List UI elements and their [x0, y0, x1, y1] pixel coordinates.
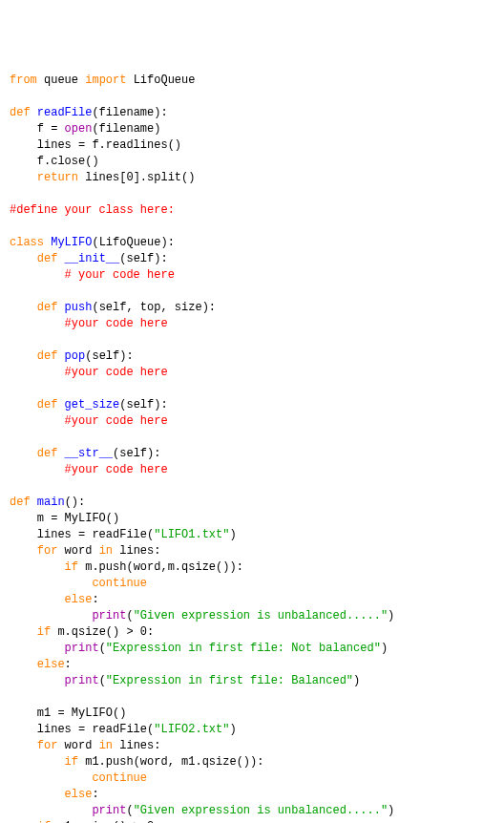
- keyword-from: from: [10, 74, 37, 87]
- code-text: ): [388, 609, 394, 623]
- keyword-return: return: [10, 171, 78, 184]
- func-name-readfile: readFile: [31, 106, 93, 119]
- builtin-print: print: [92, 609, 126, 623]
- code-text: (LifoQueue):: [92, 236, 174, 249]
- keyword-if: if: [10, 755, 78, 769]
- builtin-print: print: [65, 642, 99, 655]
- code-text: lines = readFile(: [10, 528, 154, 541]
- code-text: :: [65, 658, 72, 671]
- code-text: m1 = MyLIFO(): [10, 707, 126, 720]
- code-text: m1.push(word, m1.qsize()):: [78, 755, 263, 769]
- code-text: (: [99, 674, 106, 687]
- keyword-in: in: [99, 739, 113, 752]
- code-text: [10, 674, 65, 687]
- string-literal: "LIFO1.txt": [154, 528, 229, 541]
- code-text: m.qsize() > 0:: [51, 625, 154, 639]
- keyword-else: else: [10, 658, 65, 671]
- code-text: :: [92, 788, 98, 801]
- code-text: lines:: [113, 739, 160, 752]
- builtin-print: print: [65, 674, 99, 687]
- keyword-def: def: [10, 447, 57, 460]
- code-text: :: [92, 593, 98, 606]
- class-name-mylifo: MyLIFO: [44, 236, 92, 249]
- code-text: [10, 804, 92, 817]
- code-text: [10, 642, 65, 655]
- comment: # your code here: [10, 268, 175, 282]
- code-text: lines:: [113, 544, 160, 558]
- keyword-def: def: [10, 496, 31, 509]
- code-text: ():: [65, 496, 86, 509]
- code-text: (: [99, 642, 106, 655]
- string-literal: "Expression in first file: Balanced": [106, 674, 353, 687]
- comment: #your code here: [10, 317, 168, 330]
- code-text: (filename): [92, 122, 160, 136]
- func-name-pop: pop: [57, 349, 85, 363]
- keyword-if: if: [10, 560, 78, 574]
- string-literal: "Expression in first file: Not balanced": [106, 642, 381, 655]
- func-name-main: main: [31, 496, 65, 509]
- code-text: lines = f.readlines(): [10, 138, 181, 152]
- code-text: ): [381, 642, 388, 655]
- comment: #define your class here:: [10, 203, 175, 217]
- keyword-def: def: [10, 301, 57, 314]
- code-text: [10, 609, 92, 623]
- code-text: (self, top, size):: [92, 301, 216, 314]
- code-text: m.push(word,m.qsize()):: [78, 560, 243, 574]
- code-text: f =: [10, 122, 65, 136]
- keyword-def: def: [10, 349, 57, 363]
- code-text: (: [126, 609, 133, 623]
- code-text: word: [57, 739, 98, 752]
- code-text: queue: [37, 74, 85, 87]
- comment: #your code here: [10, 463, 168, 476]
- code-text: ): [229, 723, 236, 736]
- builtin-print: print: [92, 804, 126, 817]
- code-text: f.close(): [10, 155, 99, 168]
- keyword-in: in: [99, 544, 113, 558]
- code-text: m = MyLIFO(): [10, 512, 119, 525]
- keyword-class: class: [10, 236, 44, 249]
- keyword-continue: continue: [10, 577, 147, 590]
- keyword-for: for: [10, 544, 57, 558]
- code-text: lines = readFile(: [10, 723, 154, 736]
- keyword-def: def: [10, 252, 57, 265]
- code-text: (self):: [113, 447, 160, 460]
- keyword-if: if: [10, 625, 51, 639]
- keyword-for: for: [10, 739, 57, 752]
- code-text: lines[0].split(): [78, 171, 195, 184]
- func-name-str: __str__: [57, 447, 113, 460]
- code-text: (self):: [119, 252, 167, 265]
- code-text: word: [57, 544, 98, 558]
- keyword-import: import: [85, 74, 126, 87]
- func-name-init: __init__: [57, 252, 119, 265]
- code-text: (: [126, 804, 133, 817]
- string-literal: "Given expression is unbalanced.....": [134, 804, 388, 817]
- keyword-else: else: [10, 593, 92, 606]
- code-text: ): [388, 804, 394, 817]
- code-block: from queue import LifoQueue def readFile…: [10, 73, 494, 823]
- func-name-push: push: [57, 301, 92, 314]
- func-name-getsize: get_size: [57, 398, 119, 412]
- code-text: ): [229, 528, 236, 541]
- code-text: ): [353, 674, 360, 687]
- string-literal: "Given expression is unbalanced.....": [134, 609, 388, 623]
- keyword-def: def: [10, 106, 31, 119]
- code-text: (self):: [85, 349, 133, 363]
- comment: #your code here: [10, 366, 168, 379]
- keyword-continue: continue: [10, 771, 147, 785]
- comment: #your code here: [10, 414, 168, 428]
- string-literal: "LIFO2.txt": [154, 723, 229, 736]
- code-text: (filename):: [92, 106, 167, 119]
- keyword-def: def: [10, 398, 57, 412]
- builtin-open: open: [65, 122, 93, 136]
- code-text: (self):: [119, 398, 167, 412]
- keyword-else: else: [10, 788, 92, 801]
- code-text: LifoQueue: [126, 74, 195, 87]
